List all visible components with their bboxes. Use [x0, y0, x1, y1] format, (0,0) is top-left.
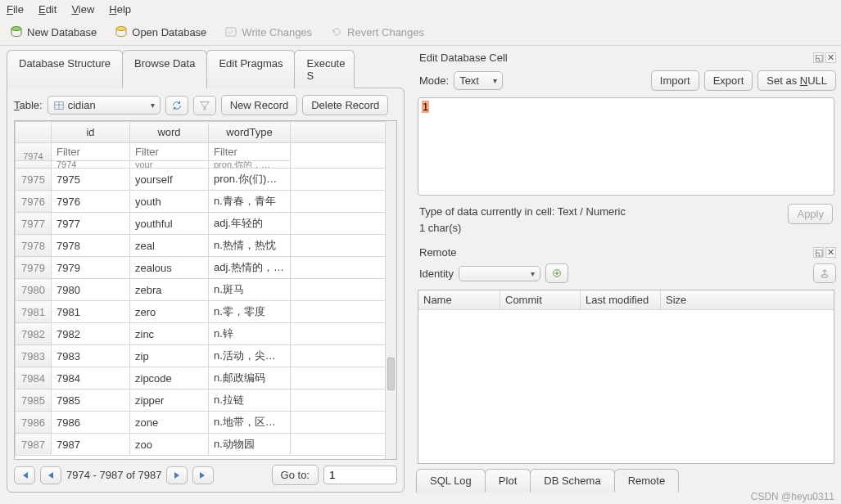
word-cell[interactable]: zealous	[130, 257, 209, 279]
tab-plot[interactable]: Plot	[485, 469, 531, 493]
table-row[interactable]: 79857985zippern.拉链	[16, 389, 396, 412]
table-row[interactable]: 79757975yourselfpron.你(们)…	[16, 169, 396, 191]
remote-col-size[interactable]: Size	[661, 290, 834, 309]
id-cell[interactable]: 7980	[52, 279, 130, 301]
table-row[interactable]: 79837983zipn.活动，尖啸声	[16, 345, 396, 367]
goto-button[interactable]: Go to:	[272, 465, 319, 485]
wordtype-cell[interactable]: n.青春，青年	[209, 191, 291, 213]
word-cell[interactable]: zebra	[130, 279, 209, 301]
filter-wordtype[interactable]	[209, 143, 290, 160]
table-select[interactable]: cidian ▾	[47, 96, 161, 115]
id-cell[interactable]: 7986	[52, 412, 130, 434]
data-table[interactable]: id word wordType 7974	[15, 121, 396, 456]
tab-db-schema[interactable]: DB Schema	[530, 469, 614, 493]
table-row[interactable]: 79827982zincn.锌	[16, 323, 396, 345]
word-cell[interactable]: zeal	[130, 235, 209, 257]
wordtype-cell[interactable]: n.热情，热忱	[209, 235, 291, 257]
pager-last-button[interactable]	[192, 466, 214, 484]
table-row[interactable]: 79807980zebran.斑马	[16, 279, 396, 301]
wordtype-cell[interactable]: n.斑马	[209, 279, 291, 301]
set-null-button[interactable]: Set as NULL	[757, 70, 836, 91]
pager-next-button[interactable]	[166, 466, 188, 484]
menu-edit[interactable]: Edit	[38, 3, 57, 16]
word-cell[interactable]: youth	[130, 191, 209, 213]
panel-detach-icon[interactable]: ◱	[813, 247, 824, 258]
refresh-button[interactable]	[165, 96, 188, 115]
word-cell[interactable]: zipper	[130, 389, 209, 412]
word-cell[interactable]: zoo	[130, 434, 209, 456]
id-cell[interactable]: 7979	[52, 257, 130, 279]
panel-detach-icon[interactable]: ◱	[813, 52, 824, 63]
panel-close-icon[interactable]: ✕	[825, 52, 836, 63]
id-cell[interactable]: 7982	[52, 323, 130, 345]
table-row[interactable]: 79767976youthn.青春，青年	[16, 191, 396, 213]
mode-select[interactable]: Text ▾	[454, 71, 503, 90]
column-header-id[interactable]: id	[52, 122, 130, 143]
table-row[interactable]: 79847984zipcoden.邮政编码	[16, 367, 396, 389]
rownum-header[interactable]	[16, 122, 52, 143]
pager-prev-button[interactable]	[40, 466, 61, 484]
delete-record-button[interactable]: Delete Record	[302, 95, 388, 115]
wordtype-cell[interactable]: n.锌	[209, 323, 291, 345]
id-cell[interactable]: 7981	[52, 301, 130, 323]
remote-col-name[interactable]: Name	[418, 290, 500, 309]
wordtype-cell[interactable]: pron.你(们)…	[209, 169, 291, 191]
column-header-wordtype[interactable]: wordType	[209, 122, 291, 143]
table-row[interactable]: 79787978zealn.热情，热忱	[16, 235, 396, 257]
id-cell[interactable]: 7978	[52, 235, 130, 257]
id-cell[interactable]: 7987	[52, 434, 130, 456]
wordtype-cell[interactable]: n.活动，尖啸声	[209, 345, 291, 367]
table-row[interactable]: 79777977youthfuladj.年轻的	[16, 213, 396, 235]
menu-view[interactable]: View	[71, 3, 94, 16]
identity-push-button[interactable]	[813, 263, 836, 283]
vertical-scrollbar[interactable]	[385, 121, 396, 459]
wordtype-cell[interactable]: n.地带，区域…	[209, 412, 291, 434]
id-cell[interactable]: 7985	[52, 389, 130, 412]
remote-col-lastmod[interactable]: Last modified	[581, 290, 661, 309]
tab-database-structure[interactable]: Database Structure	[7, 50, 123, 88]
table-row[interactable]: 79867986zonen.地带，区域…	[16, 412, 396, 434]
panel-close-icon[interactable]: ✕	[825, 247, 836, 258]
remote-grid[interactable]: Name Commit Last modified Size	[418, 290, 834, 464]
id-cell[interactable]: 7983	[52, 345, 130, 367]
import-button[interactable]: Import	[651, 70, 699, 91]
goto-input[interactable]	[323, 466, 397, 484]
tab-remote[interactable]: Remote	[614, 469, 680, 493]
wordtype-cell[interactable]: n.零，零度	[209, 301, 291, 323]
tab-sql-log[interactable]: SQL Log	[416, 469, 486, 493]
id-cell[interactable]: 7976	[52, 191, 130, 213]
tab-edit-pragmas[interactable]: Edit Pragmas	[206, 50, 295, 88]
cell-content-editor[interactable]: 1	[418, 97, 834, 196]
export-button[interactable]: Export	[704, 70, 753, 91]
scrollbar-thumb[interactable]	[387, 358, 395, 390]
identity-select[interactable]: ▾	[459, 266, 540, 281]
word-cell[interactable]: zone	[130, 412, 209, 434]
new-database-button[interactable]: New Database	[10, 25, 97, 38]
table-row[interactable]: 79817981zeron.零，零度	[16, 301, 396, 323]
filter-word[interactable]	[130, 143, 208, 160]
wordtype-cell[interactable]: n.动物园	[209, 434, 291, 456]
id-cell[interactable]: 7975	[52, 169, 130, 191]
word-cell[interactable]: zipcode	[130, 367, 209, 389]
id-cell[interactable]: 7984	[52, 367, 130, 389]
id-cell[interactable]: 7977	[52, 213, 130, 235]
new-record-button[interactable]: New Record	[221, 95, 298, 115]
word-cell[interactable]: youthful	[130, 213, 209, 235]
word-cell[interactable]: zero	[130, 301, 209, 323]
remote-col-commit[interactable]: Commit	[500, 290, 581, 309]
word-cell[interactable]: yourself	[130, 169, 209, 191]
open-database-button[interactable]: Open Database	[115, 25, 206, 38]
wordtype-cell[interactable]: adj.年轻的	[209, 213, 291, 235]
word-cell[interactable]: zinc	[130, 323, 209, 345]
pager-first-button[interactable]	[14, 466, 35, 484]
wordtype-cell[interactable]: n.拉链	[209, 389, 291, 412]
clear-filters-button[interactable]	[193, 96, 216, 115]
wordtype-cell[interactable]: n.邮政编码	[209, 367, 291, 389]
menu-help[interactable]: Help	[109, 3, 131, 16]
word-cell[interactable]: zip	[130, 345, 209, 367]
tab-browse-data[interactable]: Browse Data	[122, 50, 207, 88]
tab-execute-sql[interactable]: Execute S	[294, 50, 355, 88]
filter-id[interactable]	[52, 143, 129, 160]
table-row[interactable]: 79797979zealousadj.热情的，…	[16, 257, 396, 279]
menu-file[interactable]: File	[7, 3, 24, 16]
